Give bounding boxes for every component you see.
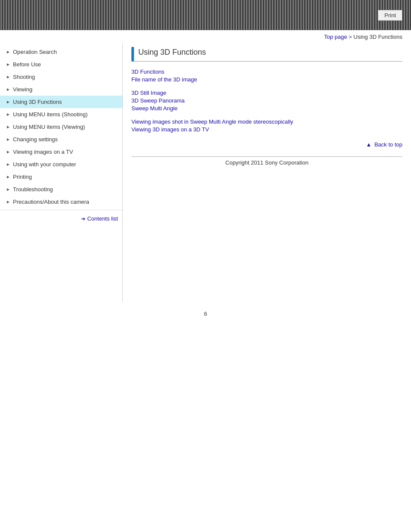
copyright: Copyright 2011 Sony Corporation: [131, 159, 402, 170]
breadcrumb: Top page > Using 3D Functions: [0, 30, 411, 44]
link-viewing-3d-on-tv[interactable]: Viewing 3D images on a 3D TV: [131, 126, 402, 133]
link-file-name-3d[interactable]: File name of the 3D image: [131, 76, 402, 83]
contents-list-row: ➔ Contents list: [0, 212, 122, 224]
sidebar-link-shooting[interactable]: Shooting: [13, 74, 35, 80]
link-viewing-sweep-multi[interactable]: Viewing images shot in Sweep Multi Angle…: [131, 118, 402, 125]
sidebar-link-using-menu-shooting[interactable]: Using MENU items (Shooting): [13, 111, 87, 118]
page-title: Using 3D Functions: [138, 47, 206, 61]
contents-list-link[interactable]: ➔ Contents list: [81, 215, 118, 222]
arrow-icon: ►: [6, 124, 10, 129]
sidebar-item-using-menu-shooting[interactable]: ► Using MENU items (Shooting): [0, 108, 122, 121]
breadcrumb-separator: >: [349, 34, 353, 40]
arrow-icon: ►: [6, 50, 10, 54]
sidebar-link-precautions[interactable]: Precautions/About this camera: [13, 199, 89, 205]
sidebar-link-viewing-images-tv[interactable]: Viewing images on a TV: [13, 149, 73, 155]
sidebar-link-using-3d-functions[interactable]: Using 3D Functions: [13, 99, 62, 105]
page-number: 6: [0, 302, 411, 321]
arrow-icon: ►: [6, 112, 10, 117]
arrow-icon: ►: [6, 137, 10, 142]
sidebar-item-operation-search[interactable]: ► Operation Search: [0, 46, 122, 58]
sidebar-link-before-use[interactable]: Before Use: [13, 61, 41, 68]
arrow-icon: ►: [6, 187, 10, 192]
sidebar-link-changing-settings[interactable]: Changing settings: [13, 136, 58, 143]
back-to-top-link[interactable]: ▲ Back to top: [366, 141, 402, 148]
arrow-icon: ►: [6, 199, 10, 204]
header-bar: Print: [0, 0, 411, 30]
arrow-icon: ►: [6, 62, 10, 67]
sidebar-link-using-menu-viewing[interactable]: Using MENU items (Viewing): [13, 124, 85, 130]
back-to-top-label: Back to top: [374, 141, 402, 148]
arrow-icon: ►: [6, 75, 10, 79]
sidebar-item-precautions[interactable]: ► Precautions/About this camera: [0, 196, 122, 208]
sidebar-item-printing[interactable]: ► Printing: [0, 171, 122, 183]
sidebar-item-viewing[interactable]: ► Viewing: [0, 83, 122, 96]
link-3d-still-image[interactable]: 3D Still Image: [131, 90, 402, 96]
sidebar-item-troubleshooting[interactable]: ► Troubleshooting: [0, 183, 122, 196]
print-button[interactable]: Print: [378, 10, 402, 21]
sidebar-item-changing-settings[interactable]: ► Changing settings: [0, 133, 122, 146]
sidebar-link-troubleshooting[interactable]: Troubleshooting: [13, 186, 53, 193]
back-to-top: ▲ Back to top: [131, 140, 402, 152]
sidebar-item-using-3d-functions[interactable]: ► Using 3D Functions: [0, 96, 122, 108]
sidebar-item-viewing-images-tv[interactable]: ► Viewing images on a TV: [0, 146, 122, 158]
link-3d-functions[interactable]: 3D Functions: [131, 68, 402, 75]
arrow-icon: ►: [6, 87, 10, 92]
arrow-icon: ►: [6, 100, 10, 104]
sidebar-item-using-with-computer[interactable]: ► Using with your computer: [0, 158, 122, 171]
sidebar-item-using-menu-viewing[interactable]: ► Using MENU items (Viewing): [0, 121, 122, 133]
sidebar-item-shooting[interactable]: ► Shooting: [0, 71, 122, 83]
link-sweep-multi-angle[interactable]: Sweep Multi Angle: [131, 105, 402, 112]
breadcrumb-current: Using 3D Functions: [354, 34, 402, 40]
arrow-right-icon: ➔: [81, 216, 85, 222]
contents-list-label: Contents list: [87, 215, 118, 222]
page-title-accent: [131, 47, 134, 61]
sidebar-link-using-with-computer[interactable]: Using with your computer: [13, 161, 76, 168]
sidebar-link-viewing[interactable]: Viewing: [13, 86, 32, 93]
sidebar-link-operation-search[interactable]: Operation Search: [13, 49, 57, 55]
arrow-icon: ►: [6, 174, 10, 179]
section2: 3D Still Image 3D Sweep Panorama Sweep M…: [131, 90, 402, 112]
section1: 3D Functions File name of the 3D image: [131, 68, 402, 83]
page-title-bar: Using 3D Functions: [131, 44, 402, 62]
content-area: Using 3D Functions 3D Functions File nam…: [123, 44, 411, 302]
arrow-icon: ►: [6, 149, 10, 154]
triangle-icon: ▲: [366, 141, 371, 148]
sidebar-link-printing[interactable]: Printing: [13, 174, 32, 180]
link-3d-sweep-panorama[interactable]: 3D Sweep Panorama: [131, 97, 402, 104]
footer-rule: [131, 156, 402, 157]
sidebar-divider: [0, 210, 122, 210]
section3: Viewing images shot in Sweep Multi Angle…: [131, 118, 402, 133]
sidebar-item-before-use[interactable]: ► Before Use: [0, 58, 122, 71]
sidebar: ► Operation Search ► Before Use ► Shooti…: [0, 44, 123, 302]
arrow-icon: ►: [6, 162, 10, 167]
breadcrumb-top-link[interactable]: Top page: [324, 34, 347, 40]
main-layout: ► Operation Search ► Before Use ► Shooti…: [0, 44, 411, 302]
